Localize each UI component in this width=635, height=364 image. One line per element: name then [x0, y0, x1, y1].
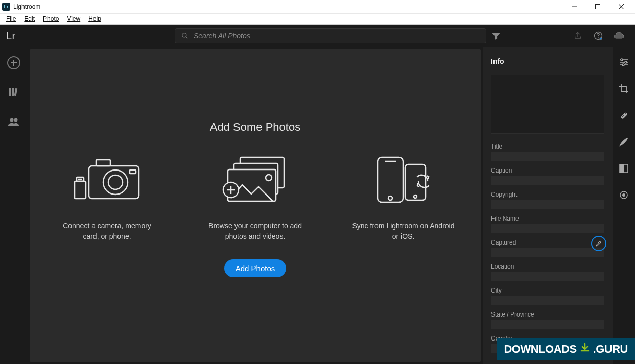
window-titlebar: Lr Lightroom	[0, 0, 635, 14]
svg-point-41	[622, 64, 624, 66]
share-button[interactable]	[568, 25, 588, 47]
card-caption: Browse your computer to add photos and v…	[204, 221, 307, 242]
maximize-button[interactable]	[586, 0, 609, 14]
search-icon	[181, 32, 189, 39]
svg-point-8	[600, 38, 602, 40]
add-photos-rail-button[interactable]	[7, 56, 20, 69]
help-button[interactable]	[588, 25, 608, 47]
info-heading: Info	[491, 57, 604, 65]
title-input[interactable]	[491, 152, 604, 161]
svg-rect-19	[89, 166, 139, 199]
svg-point-15	[14, 118, 18, 122]
close-button[interactable]	[609, 0, 633, 14]
svg-rect-23	[130, 170, 136, 174]
edit-metadata-button[interactable]	[591, 236, 606, 251]
filter-button[interactable]	[486, 25, 506, 47]
info-panel: Info Title Caption Copyright File Name C…	[483, 47, 613, 364]
info-field-caption: Caption	[491, 167, 604, 185]
caption-input[interactable]	[491, 176, 604, 185]
linear-gradient-button[interactable]	[618, 162, 630, 175]
info-field-copyright: Copyright	[491, 191, 604, 209]
edit-sliders-button[interactable]	[618, 56, 630, 68]
copyright-input[interactable]	[491, 200, 604, 209]
main-area: Add Some Photos	[30, 49, 481, 362]
watermark: DOWNLOADS .GURU	[497, 338, 635, 360]
brush-button[interactable]	[618, 136, 630, 148]
location-input[interactable]	[491, 272, 604, 281]
card-caption: Sync from Lightroom on Android or iOS.	[352, 221, 455, 242]
library-button[interactable]	[7, 85, 21, 99]
empty-state: Add Some Photos	[30, 49, 481, 362]
menu-photo[interactable]: Photo	[39, 14, 63, 24]
search-bar[interactable]	[175, 28, 486, 43]
svg-point-40	[625, 61, 627, 63]
svg-point-7	[598, 38, 598, 38]
onboarding-cards: Connect a camera, memory card, or phone.	[56, 154, 455, 242]
crop-button[interactable]	[618, 83, 630, 95]
info-field-captured: Captured	[491, 239, 604, 257]
info-field-title: Title	[491, 143, 604, 161]
menu-bar: File Edit Photo View Help	[0, 14, 635, 25]
empty-heading: Add Some Photos	[210, 120, 300, 134]
camera-icon	[69, 154, 146, 205]
svg-rect-47	[620, 164, 624, 173]
left-rail	[0, 47, 28, 364]
svg-line-5	[186, 37, 188, 39]
app-body: Add Some Photos	[0, 47, 635, 364]
card-browse-computer: Browse your computer to add photos and v…	[204, 154, 307, 242]
cloud-sync-button[interactable]	[608, 25, 629, 47]
info-field-city: City	[491, 287, 604, 305]
svg-rect-16	[75, 181, 86, 199]
download-arrow-icon	[580, 343, 590, 356]
svg-point-21	[103, 170, 128, 195]
heal-button[interactable]	[618, 109, 630, 122]
menu-file[interactable]: File	[2, 14, 20, 24]
svg-rect-11	[9, 88, 11, 96]
app-icon: Lr	[2, 3, 10, 11]
menu-edit[interactable]: Edit	[20, 14, 39, 24]
svg-point-44	[623, 115, 624, 116]
card-connect-device: Connect a camera, memory card, or phone.	[56, 154, 158, 242]
filename-input[interactable]	[491, 224, 604, 233]
info-field-location: Location	[491, 263, 604, 281]
menu-help[interactable]: Help	[84, 14, 105, 24]
info-field-filename: File Name	[491, 215, 604, 233]
window-title: Lightroom	[13, 3, 562, 10]
info-field-state: State / Province	[491, 311, 604, 329]
captured-input[interactable]	[491, 248, 604, 257]
svg-rect-1	[596, 5, 600, 9]
app-shell: Lr	[0, 25, 635, 364]
right-tool-rail	[613, 47, 635, 364]
menu-view[interactable]: View	[63, 14, 84, 24]
info-preview-thumb	[491, 75, 604, 134]
svg-point-43	[622, 116, 623, 117]
card-caption: Connect a camera, memory card, or phone.	[56, 221, 158, 242]
mobile-sync-icon	[365, 154, 442, 205]
svg-point-14	[10, 118, 14, 122]
add-photos-button[interactable]: Add Photos	[224, 259, 287, 277]
svg-point-4	[182, 33, 186, 37]
radial-gradient-button[interactable]	[618, 189, 630, 201]
svg-rect-20	[96, 160, 110, 166]
city-input[interactable]	[491, 296, 604, 305]
card-sync-mobile: Sync from Lightroom on Android or iOS.	[352, 154, 455, 242]
people-button[interactable]	[7, 114, 21, 129]
search-input[interactable]	[194, 32, 480, 40]
minimize-button[interactable]	[562, 0, 586, 14]
top-bar: Lr	[0, 25, 635, 47]
svg-point-22	[108, 175, 123, 189]
svg-point-45	[625, 113, 626, 114]
svg-rect-13	[14, 88, 18, 96]
gallery-plus-icon	[217, 154, 294, 205]
svg-point-49	[622, 193, 625, 197]
app-logo: Lr	[6, 30, 21, 42]
svg-rect-12	[12, 88, 14, 96]
svg-point-33	[388, 196, 392, 200]
svg-point-39	[621, 59, 623, 61]
state-input[interactable]	[491, 320, 604, 329]
